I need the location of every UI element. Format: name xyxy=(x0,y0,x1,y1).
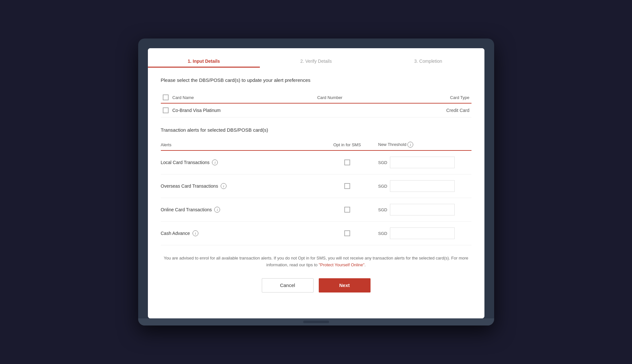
alert-overseas-info-icon[interactable]: i xyxy=(221,183,227,189)
step-3-label: 3. Completion xyxy=(414,59,442,64)
stepper: 1. Input Details 2. Verify Details 3. Co… xyxy=(148,48,484,68)
card-row-0-type: Credit Card xyxy=(396,103,471,117)
next-button[interactable]: Next xyxy=(319,278,371,292)
alert-row-online: Online Card Transactions i SGD xyxy=(161,198,471,222)
alert-overseas-threshold-input[interactable] xyxy=(390,180,455,192)
advisory-text-after: . xyxy=(364,262,366,267)
alert-overseas-sms-cell xyxy=(316,174,378,198)
alert-cash-threshold-input[interactable] xyxy=(390,227,455,239)
advisory-block: You are advised to enrol for all availab… xyxy=(161,255,471,269)
alert-overseas-sgd-label: SGD xyxy=(378,184,387,189)
alert-online-threshold-wrapper: SGD xyxy=(378,204,471,215)
card-number-header: Card Number xyxy=(315,92,396,103)
alert-online-sms-cell xyxy=(316,198,378,222)
card-row-0: Co-Brand Visa Platinum Credit Card xyxy=(161,103,471,117)
laptop-screen: 1. Input Details 2. Verify Details 3. Co… xyxy=(148,48,484,318)
alert-online-threshold-input[interactable] xyxy=(390,204,455,215)
card-table: Card Name Card Number Card Type Co-Brand… xyxy=(161,92,471,117)
alert-overseas-threshold-wrapper: SGD xyxy=(378,180,471,192)
laptop-notch xyxy=(303,321,329,323)
alert-local-sms-cell xyxy=(316,150,378,174)
advisory-link[interactable]: "Protect Yourself Online" xyxy=(319,262,364,267)
form-body: Please select the DBS/POSB card(s) to up… xyxy=(148,68,484,318)
alerts-table: Alerts Opt in for SMS New Threshold i xyxy=(161,139,471,245)
alert-overseas-sms-checkbox[interactable] xyxy=(344,183,350,189)
card-row-0-number xyxy=(315,103,396,117)
alert-online-threshold-cell: SGD xyxy=(378,198,471,222)
alert-row-cash-advance: Cash Advance i SGD xyxy=(161,222,471,245)
threshold-info-icon[interactable]: i xyxy=(407,142,413,148)
alerts-header-opt-in: Opt in for SMS xyxy=(316,139,378,150)
card-name-header: Card Name xyxy=(171,92,316,103)
step-2-verify-details[interactable]: 2. Verify Details xyxy=(260,55,372,68)
alert-cash-name-cell: Cash Advance i xyxy=(161,222,316,245)
card-type-header: Card Type xyxy=(396,92,471,103)
alert-local-sgd-label: SGD xyxy=(378,160,387,165)
alert-cash-threshold-wrapper: SGD xyxy=(378,227,471,239)
alert-online-name: Online Card Transactions i xyxy=(161,207,316,213)
alert-overseas-name-cell: Overseas Card Transactions i xyxy=(161,174,316,198)
alert-online-name-cell: Online Card Transactions i xyxy=(161,198,316,222)
alert-cash-sms-checkbox[interactable] xyxy=(344,230,350,236)
advisory-text-before: You are advised to enrol for all availab… xyxy=(164,256,468,267)
card-row-0-checkbox-cell xyxy=(161,103,171,117)
card-row-0-checkbox[interactable] xyxy=(163,107,169,113)
alert-online-info-icon[interactable]: i xyxy=(214,207,220,213)
step-3-completion[interactable]: 3. Completion xyxy=(372,55,484,68)
alert-row-local: Local Card Transactions i SGD xyxy=(161,150,471,174)
alert-online-sms-checkbox[interactable] xyxy=(344,207,350,213)
alert-local-name-cell: Local Card Transactions i xyxy=(161,150,316,174)
select-all-checkbox[interactable] xyxy=(163,94,169,100)
alert-local-threshold-input[interactable] xyxy=(390,157,455,168)
alert-cash-threshold-cell: SGD xyxy=(378,222,471,245)
alerts-header-threshold: New Threshold i xyxy=(378,139,471,150)
card-row-0-name: Co-Brand Visa Platinum xyxy=(171,103,316,117)
alert-local-name: Local Card Transactions i xyxy=(161,160,316,165)
section-description: Please select the DBS/POSB card(s) to up… xyxy=(161,77,471,83)
alert-overseas-threshold-cell: SGD xyxy=(378,174,471,198)
step-1-input-details[interactable]: 1. Input Details xyxy=(148,55,260,68)
alert-online-sgd-label: SGD xyxy=(378,207,387,212)
alert-cash-name: Cash Advance i xyxy=(161,230,316,236)
alert-local-threshold-cell: SGD xyxy=(378,150,471,174)
alert-local-threshold-wrapper: SGD xyxy=(378,157,471,168)
button-row: Cancel Next xyxy=(161,278,471,305)
alert-cash-sgd-label: SGD xyxy=(378,231,387,236)
alert-local-sms-checkbox[interactable] xyxy=(344,160,350,165)
alert-local-info-icon[interactable]: i xyxy=(212,160,218,165)
alert-cash-info-icon[interactable]: i xyxy=(193,230,198,236)
step-2-label: 2. Verify Details xyxy=(300,59,332,64)
laptop-base xyxy=(138,318,494,325)
laptop-shell: 1. Input Details 2. Verify Details 3. Co… xyxy=(138,39,494,325)
alert-overseas-name: Overseas Card Transactions i xyxy=(161,183,316,189)
step-1-label: 1. Input Details xyxy=(188,59,220,64)
card-table-checkbox-header xyxy=(161,92,171,103)
cancel-button[interactable]: Cancel xyxy=(262,278,314,292)
alert-row-overseas: Overseas Card Transactions i SGD xyxy=(161,174,471,198)
alerts-header-alerts: Alerts xyxy=(161,139,316,150)
page-content: 1. Input Details 2. Verify Details 3. Co… xyxy=(148,48,484,318)
alert-cash-sms-cell xyxy=(316,222,378,245)
alerts-section-title: Transaction alerts for selected DBS/POSB… xyxy=(161,127,471,133)
